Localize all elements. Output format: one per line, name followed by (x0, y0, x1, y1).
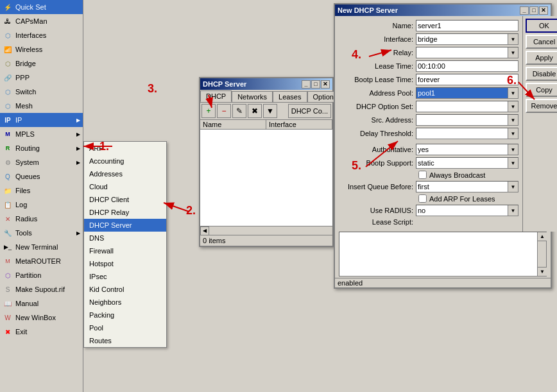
remove-button-dialog[interactable]: Remove (526, 99, 557, 113)
sidebar-item-capsman[interactable]: 🖧 CAPsMan (0, 14, 83, 28)
input-lease-time[interactable] (416, 60, 518, 72)
add-arp-checkbox[interactable] (418, 194, 427, 203)
horizontal-scrollbar[interactable]: ◀ (200, 226, 332, 235)
input-dhcp-option-set[interactable]: ▼ (416, 101, 518, 112)
submenu-dhcp-server[interactable]: DHCP Server (84, 219, 166, 232)
lease-time-field[interactable] (416, 61, 518, 71)
input-address-pool[interactable]: ▼ (416, 87, 518, 99)
delay-threshold-field[interactable] (416, 128, 508, 139)
sidebar-item-radius[interactable]: ✕ Radius (0, 212, 83, 226)
tab-leases[interactable]: Leases (273, 91, 307, 102)
src-address-field[interactable] (416, 115, 508, 125)
input-src-address[interactable]: ▼ (416, 114, 518, 126)
sidebar-item-queues[interactable]: Q Queues (0, 169, 83, 183)
textarea-scrollbar[interactable]: ▲ ▼ (537, 232, 546, 276)
input-use-radius[interactable]: ▼ (416, 205, 518, 216)
sidebar-item-quick-set[interactable]: ⚡ Quick Set (0, 0, 83, 14)
src-address-dropdown[interactable]: ▼ (508, 115, 518, 125)
use-radius-field[interactable] (416, 205, 508, 216)
submenu-dhcp-relay[interactable]: DHCP Relay (84, 206, 166, 219)
apply-button[interactable]: Apply (526, 51, 557, 65)
new-dhcp-close[interactable]: ✕ (539, 6, 548, 15)
submenu-packing[interactable]: Packing (84, 309, 166, 321)
sidebar-item-partition[interactable]: ⬡ Partition (0, 268, 83, 282)
new-dhcp-minimize[interactable]: _ (520, 6, 529, 15)
bootp-support-dropdown[interactable]: ▼ (508, 158, 518, 168)
new-dhcp-maximize[interactable]: □ (529, 6, 538, 15)
input-interface[interactable]: ▼ (416, 33, 518, 45)
submenu-accounting[interactable]: Accounting (84, 155, 166, 167)
authoritative-dropdown[interactable]: ▼ (508, 144, 518, 155)
sidebar-item-log[interactable]: 📋 Log (0, 198, 83, 212)
remove-button[interactable]: − (217, 104, 231, 118)
dhcp-option-set-field[interactable] (416, 101, 508, 112)
input-bootp-lease[interactable] (416, 74, 518, 85)
ok-button[interactable]: OK (526, 19, 557, 33)
submenu-firewall[interactable]: Firewall (84, 244, 166, 257)
sidebar-item-bridge[interactable]: ⬡ Bridge (0, 56, 83, 71)
submenu-pool[interactable]: Pool (84, 321, 166, 334)
always-broadcast-checkbox[interactable] (418, 171, 427, 179)
bootp-support-field[interactable] (416, 158, 508, 168)
submenu-kid-control[interactable]: Kid Control (84, 283, 166, 296)
use-radius-dropdown[interactable]: ▼ (508, 205, 518, 216)
sidebar-item-wireless[interactable]: 📶 Wireless (0, 42, 83, 56)
submenu-cloud[interactable]: Cloud (84, 180, 166, 193)
interface-field[interactable] (416, 34, 508, 44)
cancel-button-dialog[interactable]: Cancel (526, 35, 557, 49)
relay-field[interactable] (416, 47, 508, 58)
submenu-arp[interactable]: ARP (84, 142, 166, 155)
sidebar-item-interfaces[interactable]: ⬡ Interfaces (0, 28, 83, 42)
close-button[interactable]: ✕ (321, 80, 330, 89)
scroll-down-button[interactable]: ▼ (538, 267, 547, 276)
filter-button[interactable]: ▼ (263, 104, 277, 118)
edit-button[interactable]: ✎ (232, 104, 246, 118)
name-field[interactable] (416, 21, 518, 31)
dhcp-co-button[interactable]: DHCP Co... (288, 104, 331, 118)
sidebar-item-mesh[interactable]: ⬡ Mesh (0, 99, 83, 113)
delay-threshold-dropdown[interactable]: ▼ (508, 128, 518, 139)
sidebar-item-manual[interactable]: 📖 Manual (0, 296, 83, 311)
insert-queue-field[interactable] (416, 182, 508, 192)
input-insert-queue[interactable]: ▼ (416, 181, 518, 192)
sidebar-item-files[interactable]: 📁 Files (0, 183, 83, 198)
sidebar-item-ip[interactable]: IP IP ▶ (0, 113, 83, 127)
lease-script-textarea[interactable] (339, 232, 537, 276)
submenu-dns[interactable]: DNS (84, 232, 166, 244)
sidebar-item-system[interactable]: ⚙ System ▶ (0, 155, 83, 169)
authoritative-field[interactable] (416, 144, 508, 155)
dhcp-option-dropdown[interactable]: ▼ (508, 101, 518, 112)
address-pool-dropdown[interactable]: ▼ (508, 88, 518, 98)
input-authoritative[interactable]: ▼ (416, 144, 518, 155)
sidebar-item-routing[interactable]: R Routing ▶ (0, 141, 83, 155)
submenu-addresses[interactable]: Addresses (84, 167, 166, 180)
submenu-hotspot[interactable]: Hotspot (84, 257, 166, 270)
submenu-neighbors[interactable]: Neighbors (84, 296, 166, 309)
submenu-routes[interactable]: Routes (84, 334, 166, 347)
input-name[interactable] (416, 20, 518, 31)
minimize-button[interactable]: _ (302, 80, 311, 89)
address-pool-field[interactable] (416, 88, 508, 98)
submenu-ipsec[interactable]: IPsec (84, 270, 166, 283)
copy-button[interactable]: Copy (526, 83, 557, 97)
interface-dropdown[interactable]: ▼ (508, 34, 518, 44)
input-delay-threshold[interactable]: ▼ (416, 128, 518, 139)
cancel-button[interactable]: ✖ (248, 104, 262, 118)
sidebar-item-tools[interactable]: 🔧 Tools ▶ (0, 226, 83, 240)
scroll-left-button[interactable]: ◀ (200, 226, 209, 235)
disable-button[interactable]: Disable (526, 67, 557, 81)
add-button[interactable]: + (201, 104, 216, 118)
sidebar-item-new-winbox[interactable]: W New WinBox (0, 311, 83, 325)
tab-dhcp[interactable]: DHCP (200, 90, 232, 102)
input-bootp-support[interactable]: ▼ (416, 157, 518, 169)
insert-queue-dropdown[interactable]: ▼ (508, 182, 518, 192)
submenu-dhcp-client[interactable]: DHCP Client (84, 193, 166, 206)
sidebar-item-mpls[interactable]: M MPLS ▶ (0, 127, 83, 141)
sidebar-item-exit[interactable]: ✖ Exit (0, 325, 83, 339)
sidebar-item-new-terminal[interactable]: ▶_ New Terminal (0, 240, 83, 254)
tab-networks[interactable]: Networks (232, 91, 273, 102)
sidebar-item-ppp[interactable]: 🔗 PPP (0, 71, 83, 85)
sidebar-item-switch[interactable]: ⬡ Switch (0, 85, 83, 99)
bootp-lease-field[interactable] (416, 74, 518, 85)
sidebar-item-make-supout[interactable]: S Make Supout.rif (0, 282, 83, 296)
